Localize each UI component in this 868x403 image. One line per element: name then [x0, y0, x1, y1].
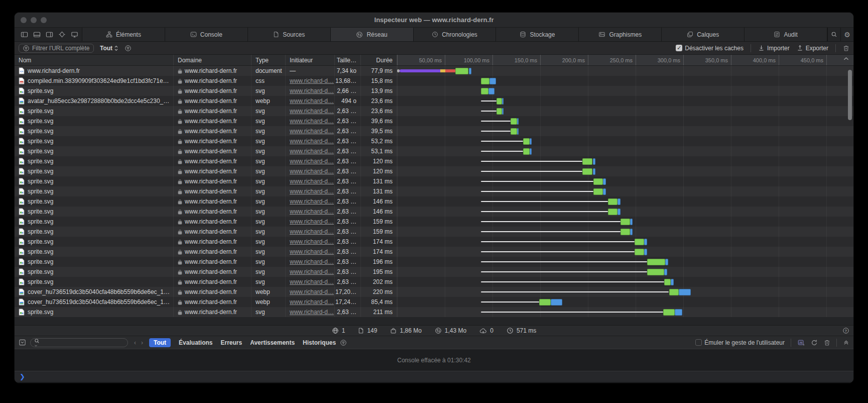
- panel-bottom-icon[interactable]: [33, 31, 41, 38]
- tab-network[interactable]: Réseau: [331, 28, 414, 41]
- emulate-user-gesture-checkbox[interactable]: Émuler le geste de l'utilisateur: [695, 339, 785, 346]
- column-header-duration[interactable]: Durée: [361, 55, 397, 65]
- table-row[interactable]: sprite.svgwww.richard-dern.frsvgwww.rich…: [15, 207, 853, 217]
- initiator-link[interactable]: www.richard-d…: [290, 178, 334, 185]
- initiator-link[interactable]: www.richard-d…: [290, 288, 334, 295]
- url-filter-input[interactable]: Filtrer l'URL complète: [19, 44, 94, 53]
- column-header-name[interactable]: Nom: [15, 55, 174, 65]
- table-row[interactable]: sprite.svgwww.richard-dern.frsvgwww.rich…: [15, 267, 853, 277]
- collapse-console-icon[interactable]: [19, 339, 26, 346]
- table-row[interactable]: sprite.svgwww.richard-dern.frsvgwww.rich…: [15, 307, 853, 317]
- tab-layers[interactable]: Calques: [662, 28, 745, 41]
- table-row[interactable]: sprite.svgwww.richard-dern.frsvgwww.rich…: [15, 116, 853, 126]
- gear-icon[interactable]: ⚙: [840, 28, 853, 41]
- vertical-scrollbar[interactable]: [848, 70, 852, 120]
- initiator-link[interactable]: www.richard-d…: [290, 278, 334, 285]
- table-row[interactable]: sprite.svgwww.richard-dern.frsvgwww.rich…: [15, 237, 853, 247]
- console-prompt[interactable]: ❯: [15, 371, 853, 382]
- console-filter-circle-icon[interactable]: [340, 339, 347, 346]
- resource-type-dropdown[interactable]: Tout: [100, 45, 118, 52]
- console-scope-évaluations[interactable]: Évaluations: [179, 339, 212, 346]
- table-row[interactable]: sprite.svgwww.richard-dern.frsvgwww.rich…: [15, 247, 853, 257]
- prev-icon[interactable]: ‹: [134, 339, 136, 346]
- initiator-link[interactable]: www.richard-d…: [290, 158, 334, 165]
- search-icon[interactable]: [827, 28, 840, 41]
- tab-elements[interactable]: Éléments: [82, 28, 165, 41]
- help-icon[interactable]: ?: [842, 327, 849, 334]
- filter-circle-icon[interactable]: [125, 45, 132, 52]
- export-button[interactable]: Exporter: [797, 45, 828, 52]
- initiator-link[interactable]: www.richard-d…: [290, 309, 334, 316]
- initiator-link[interactable]: www.richard-d…: [290, 258, 334, 265]
- initiator-link[interactable]: www.richard-d…: [290, 168, 334, 175]
- panel-left-icon[interactable]: [21, 31, 28, 38]
- table-row[interactable]: sprite.svgwww.richard-dern.frsvgwww.rich…: [15, 166, 853, 176]
- close-button[interactable]: [21, 17, 27, 23]
- table-row[interactable]: sprite.svgwww.richard-dern.frsvgwww.rich…: [15, 196, 853, 207]
- initiator-link[interactable]: www.richard-d…: [290, 97, 334, 105]
- initiator-link[interactable]: www.richard-d…: [290, 268, 334, 275]
- disable-caches-checkbox[interactable]: ✓ Désactiver les caches: [676, 45, 743, 52]
- initiator-link[interactable]: www.richard-d…: [290, 208, 334, 215]
- table-row[interactable]: sprite.svgwww.richard-dern.frsvgwww.rich…: [15, 136, 853, 146]
- expand-console-icon[interactable]: [843, 339, 849, 346]
- table-row[interactable]: sprite.svgwww.richard-dern.frsvgwww.rich…: [15, 146, 853, 156]
- initiator-link[interactable]: www.richard-d…: [290, 148, 334, 155]
- column-header-domain[interactable]: Domaine: [174, 55, 252, 65]
- initiator-link[interactable]: www.richard-d…: [290, 138, 334, 145]
- import-button[interactable]: Importer: [758, 45, 790, 52]
- table-row[interactable]: sprite.svgwww.richard-dern.frsvgwww.rich…: [15, 156, 853, 166]
- clear-console-trash-icon[interactable]: [824, 339, 830, 346]
- column-header-type[interactable]: Type: [252, 55, 286, 65]
- initiator-link[interactable]: www.richard-d…: [290, 128, 334, 135]
- table-row[interactable]: sprite.svgwww.richard-dern.frsvgwww.rich…: [15, 257, 853, 267]
- console-scope-avertissements[interactable]: Avertissements: [250, 339, 295, 346]
- table-row[interactable]: avatar_hu85ecc3e298728880b0bde2dcc4e5c23…: [15, 96, 853, 106]
- tab-audit[interactable]: Audit: [745, 28, 827, 41]
- zoom-button[interactable]: [41, 17, 47, 23]
- panel-right-icon[interactable]: [46, 31, 53, 38]
- initiator-link[interactable]: www.richard-d…: [290, 87, 334, 94]
- traffic-lights[interactable]: [21, 17, 47, 23]
- refresh-icon[interactable]: [811, 339, 818, 346]
- tab-storage[interactable]: Stockage: [496, 28, 579, 41]
- js-context-icon[interactable]: JS: [797, 339, 805, 346]
- initiator-link[interactable]: www.richard-d…: [290, 248, 334, 255]
- console-scope-erreurs[interactable]: Erreurs: [220, 339, 242, 346]
- minimize-button[interactable]: [31, 17, 37, 23]
- collapse-waterfall-icon[interactable]: [843, 57, 849, 61]
- table-row[interactable]: sprite.svgwww.richard-dern.frsvgwww.rich…: [15, 277, 853, 287]
- table-row[interactable]: csscompiled.min.38390909f303624ed9e1cf1b…: [15, 76, 853, 86]
- initiator-link[interactable]: www.richard-d…: [290, 238, 334, 245]
- initiator-link[interactable]: www.richard-d…: [290, 198, 334, 205]
- tab-timelines[interactable]: Chronologies: [414, 28, 497, 41]
- initiator-link[interactable]: www.richard-d…: [290, 218, 334, 225]
- tab-sources[interactable]: Sources: [248, 28, 331, 41]
- tab-graphics[interactable]: Graphismes: [579, 28, 662, 41]
- tab-console[interactable]: Console: [165, 28, 248, 41]
- initiator-link[interactable]: www.richard-d…: [290, 298, 334, 306]
- device-icon[interactable]: [71, 31, 78, 38]
- column-header-size[interactable]: Taille…: [335, 55, 361, 65]
- column-header-initiator[interactable]: Initiateur: [286, 55, 335, 65]
- table-row[interactable]: sprite.svgwww.richard-dern.frsvgwww.rich…: [15, 86, 853, 96]
- table-row[interactable]: cover_hu736519dc3b5040cfa48b6b559b6de6ec…: [15, 287, 853, 297]
- initiator-link[interactable]: www.richard-d…: [290, 77, 334, 84]
- table-row[interactable]: sprite.svgwww.richard-dern.frsvgwww.rich…: [15, 126, 853, 136]
- table-row[interactable]: sprite.svgwww.richard-dern.frsvgwww.rich…: [15, 106, 853, 116]
- next-icon[interactable]: ›: [141, 339, 143, 346]
- initiator-link[interactable]: www.richard-d…: [290, 188, 334, 195]
- console-search-input[interactable]: [30, 338, 128, 347]
- initiator-link[interactable]: www.richard-d…: [290, 108, 334, 115]
- table-row[interactable]: cover_hu736519dc3b5040cfa48b6b559b6de6ec…: [15, 297, 853, 307]
- initiator-link[interactable]: www.richard-d…: [290, 228, 334, 235]
- target-icon[interactable]: [58, 31, 66, 38]
- console-scope-tout[interactable]: Tout: [149, 338, 171, 347]
- table-row[interactable]: sprite.svgwww.richard-dern.frsvgwww.rich…: [15, 227, 853, 237]
- table-row[interactable]: sprite.svgwww.richard-dern.frsvgwww.rich…: [15, 217, 853, 227]
- initiator-link[interactable]: www.richard-d…: [290, 118, 334, 125]
- table-row[interactable]: sprite.svgwww.richard-dern.frsvgwww.rich…: [15, 176, 853, 186]
- clear-network-trash-icon[interactable]: [843, 45, 849, 52]
- console-scope-historiques[interactable]: Historiques: [303, 339, 336, 346]
- table-row[interactable]: sprite.svgwww.richard-dern.frsvgwww.rich…: [15, 186, 853, 196]
